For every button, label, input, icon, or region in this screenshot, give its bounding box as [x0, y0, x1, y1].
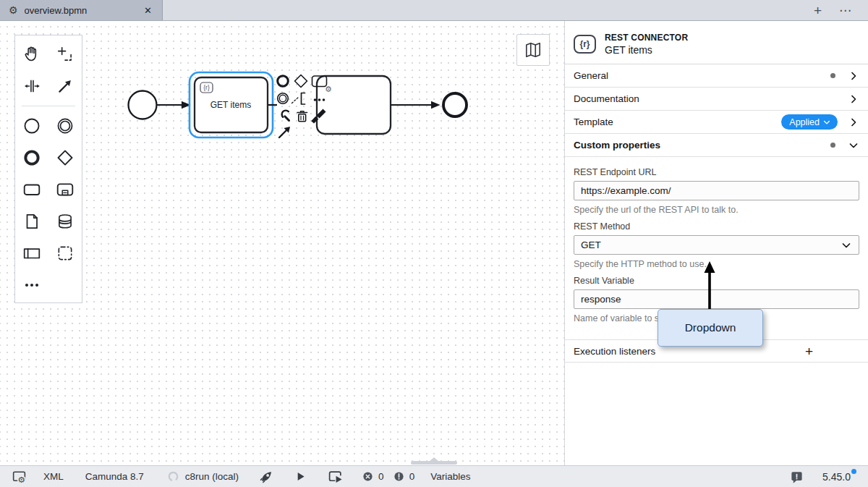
space-tool-icon: [22, 77, 41, 96]
run-process-button[interactable]: [294, 470, 307, 483]
handle-bar: [411, 461, 457, 465]
rocket-icon: [260, 470, 273, 483]
minimap-toggle-button[interactable]: [516, 34, 550, 66]
start-event-icon: [22, 117, 41, 135]
play-icon: [294, 470, 307, 483]
gateway-icon: [56, 148, 75, 167]
data-object-icon: [22, 212, 41, 231]
app-version[interactable]: 5.45.0: [822, 471, 856, 483]
error-count[interactable]: 0: [362, 470, 384, 483]
global-connect-tool[interactable]: [48, 70, 82, 102]
element-name: GET items: [605, 44, 688, 56]
bpmn-canvas[interactable]: {r} GET items ⚙: [0, 21, 564, 465]
endpoint-url-hint: Specify the url of the REST API to talk …: [574, 205, 859, 215]
endpoint-url-input[interactable]: [574, 181, 859, 200]
start-instance-button[interactable]: [328, 469, 343, 484]
create-participant[interactable]: [15, 237, 48, 269]
bpmn-file-icon: ⚙: [9, 5, 18, 15]
section-general[interactable]: General: [565, 64, 868, 88]
status-bar: ⚙ XML Camunda 8.7 c8run (local): [0, 465, 868, 487]
sequence-flow-1[interactable]: [157, 101, 191, 109]
create-start-event[interactable]: [15, 110, 48, 142]
append-gateway-icon[interactable]: [295, 75, 307, 88]
svg-text:⚙: ⚙: [18, 475, 25, 484]
create-subprocess[interactable]: [48, 174, 82, 206]
bpmn-diagram: {r} GET items ⚙: [0, 21, 564, 465]
template-applied-badge[interactable]: Applied: [781, 114, 838, 130]
warning-count[interactable]: 0: [393, 470, 415, 483]
dropdown-tooltip-label: Dropdown: [685, 321, 736, 334]
lasso-tool[interactable]: [48, 38, 82, 70]
create-end-event[interactable]: [15, 142, 48, 174]
panel-gear-icon: ⚙: [12, 469, 27, 484]
create-data-object[interactable]: [15, 206, 48, 237]
feedback-bubble-icon: [790, 470, 804, 484]
subprocess-icon: [56, 180, 75, 199]
data-store-icon: [56, 212, 75, 231]
palette-more[interactable]: [15, 269, 48, 301]
create-gateway[interactable]: [48, 142, 82, 174]
chevron-down-icon: [848, 140, 859, 151]
connect-arrow-icon: [56, 77, 75, 96]
variables-toggle-button[interactable]: Variables: [430, 471, 470, 482]
task-icon: [22, 180, 41, 199]
element-type: REST CONNECTOR: [605, 33, 688, 43]
badge-label: Applied: [789, 117, 820, 127]
group-icon: [56, 244, 75, 263]
feedback-button[interactable]: [790, 470, 804, 484]
create-intermediate-event[interactable]: [48, 110, 82, 142]
participant-icon: [22, 244, 41, 263]
section-filled-dot: [830, 143, 835, 148]
map-icon: [524, 41, 542, 59]
section-documentation[interactable]: Documentation: [565, 88, 868, 111]
text-annotation-icon[interactable]: [292, 93, 305, 105]
append-task-gear-icon: ⚙: [325, 85, 332, 93]
new-tab-button[interactable]: +: [808, 2, 827, 19]
spinner-icon: [167, 470, 179, 483]
section-template[interactable]: Template Applied: [565, 111, 868, 134]
tab-close-icon[interactable]: ✕: [141, 5, 155, 16]
section-custom-properties[interactable]: Custom properties: [565, 134, 868, 157]
tab-overview-bpmn[interactable]: ⚙ overview.bpmn ✕: [0, 0, 163, 20]
xml-toggle-button[interactable]: XML: [43, 471, 64, 482]
deploy-button[interactable]: [260, 470, 273, 483]
create-data-store[interactable]: [48, 206, 82, 237]
create-group[interactable]: [48, 237, 82, 269]
update-available-dot: [851, 469, 856, 474]
chevron-right-icon: [848, 70, 859, 82]
rest-method-select[interactable]: GET: [574, 235, 859, 255]
end-event-icon: [22, 148, 41, 167]
chevron-right-icon: [848, 117, 859, 128]
section-custom-properties-label: Custom properties: [574, 140, 830, 151]
modeler-window: ⚙ overview.bpmn ✕ + ⋯: [0, 0, 868, 487]
sequence-flow-2[interactable]: [391, 101, 441, 109]
wrench-icon[interactable]: [282, 111, 289, 121]
trash-icon[interactable]: [297, 111, 307, 122]
section-filled-dot: [830, 73, 835, 78]
lasso-icon: [56, 45, 75, 64]
create-task[interactable]: [15, 174, 48, 206]
bottom-panel-handle[interactable]: [411, 456, 457, 465]
run-target-status[interactable]: c8run (local): [167, 470, 239, 483]
append-intermediate-event-icon[interactable]: [278, 93, 289, 104]
hand-tool[interactable]: [15, 38, 48, 70]
result-variable-label: Result Variable: [574, 276, 859, 286]
start-event[interactable]: [129, 91, 157, 119]
connect-arrow-icon[interactable]: [279, 127, 290, 137]
context-pad-more-icon[interactable]: [314, 98, 326, 101]
hand-icon: [22, 45, 41, 64]
endpoint-url-label: REST Endpoint URL: [574, 167, 859, 177]
end-event[interactable]: [443, 93, 467, 117]
rest-connector-icon: {r}: [574, 35, 596, 54]
main-area: {r} GET items ⚙: [0, 21, 868, 465]
tab-overflow-button[interactable]: ⋯: [833, 3, 858, 18]
engine-version-button[interactable]: Camunda 8.7: [85, 471, 144, 482]
chevron-down-icon: [822, 118, 831, 127]
task-get-items[interactable]: {r} GET items: [195, 77, 268, 132]
result-variable-input[interactable]: [574, 289, 859, 309]
add-listener-button[interactable]: +: [802, 344, 816, 358]
space-tool[interactable]: [15, 70, 48, 102]
append-end-event-icon[interactable]: [278, 76, 289, 87]
toggle-properties-button[interactable]: ⚙: [12, 469, 27, 484]
version-label: 5.45.0: [822, 471, 851, 483]
